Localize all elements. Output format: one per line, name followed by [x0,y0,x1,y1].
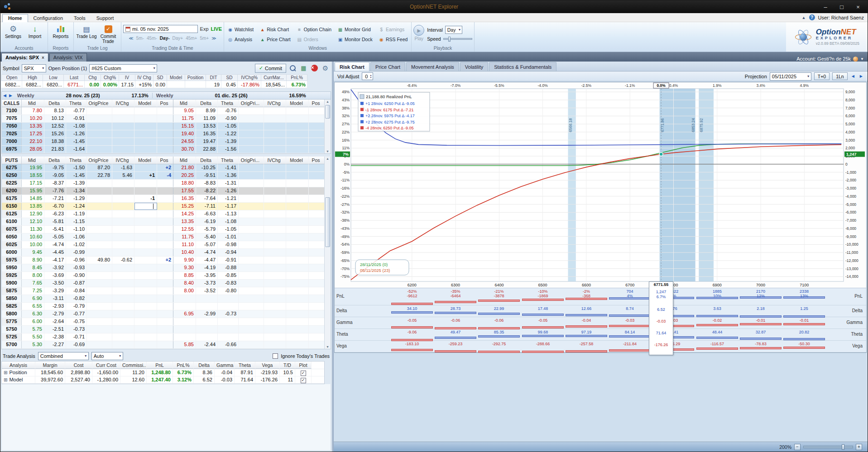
chain-row-5950[interactable]: 59508.45-3.92-0.939.30-4.19-0.88 [2,264,325,272]
spinner-arrows-icon[interactable]: ▲▼ [369,74,372,79]
interval-select[interactable]: Day▼ [445,26,463,34]
trade-log-button[interactable]: ▤ Trade Log [76,23,97,46]
projection-date-select[interactable]: 05/11/2025▼ [770,72,811,81]
step-5m[interactable]: 5m+ [200,36,209,41]
prev-expiration-icon[interactable]: ◀ [2,93,8,98]
commit-button[interactable]: ✓Commit [255,64,286,73]
maximize-button[interactable]: □ [834,2,849,11]
next-expiration-icon[interactable]: ▶ [8,93,14,98]
slider-thumb[interactable] [448,37,451,42]
chain-row-6025[interactable]: 602510.00-4.74-1.0211.10-5.07-0.98 [2,241,325,249]
chain-row-5750[interactable]: 57505.75-2.51-0.73 [2,326,325,333]
reports-button[interactable]: Reports [50,23,72,46]
chain-row-5925[interactable]: 59258.00-3.69-0.908.85-3.95-0.85 [2,272,325,280]
window-toggle-monitor-grid[interactable]: ▦Monitor Grid [338,27,373,32]
chain-row-5800[interactable]: 58006.30-2.79-0.776.95-2.99-0.73 [2,310,325,318]
plot-checkbox[interactable]: ✓ [301,378,306,383]
window-toggle-rss-feed[interactable]: ◉RSS Feed [379,37,408,42]
speed-slider[interactable] [443,38,472,40]
chain-row-7025[interactable]: 702517.2515.26-1.2619.4016.35-1.22 [2,130,325,138]
chain-row-6275[interactable]: 627519.95-9.75-1.5087.20-1.63+221.80-10.… [2,164,325,172]
window-toggle-option-chain[interactable]: ≡Option Chain [297,27,331,32]
lines-button[interactable]: 1Ln [832,72,848,80]
chain-row-5725[interactable]: 57255.50-2.38-0.71 [2,333,325,341]
play-button[interactable]: ▶ [413,25,424,36]
projection-next-icon[interactable]: ▶ [858,74,864,78]
plot-checkbox[interactable]: ✓ [301,371,306,376]
auto-select[interactable]: Auto▼ [91,352,123,360]
window-toggle-price-chart[interactable]: ▲Price Chart [260,37,291,42]
chain-row-6125[interactable]: 612512.90-6.23-1.1914.25-6.63-1.13 [2,210,325,218]
slider-thumb[interactable] [842,444,844,450]
account-dropdown-icon[interactable]: ▼ [860,57,864,61]
close-tab-icon[interactable]: × [42,55,44,60]
step-day[interactable]: Day- [160,36,170,41]
step-45m[interactable]: 45m- [147,36,157,41]
close-button[interactable]: × [850,2,866,11]
chain-row-7050[interactable]: 705013.3512.52-1.0815.1513.53-1.05 [2,123,325,130]
menu-home[interactable]: Home [2,14,28,22]
zoom-in-icon[interactable]: + [856,444,862,450]
chain-row-5775[interactable]: 57756.00-2.64-0.75 [2,318,325,326]
chain-row-6000[interactable]: 60009.45-4.45-0.9910.40-4.74-0.94 [2,249,325,257]
forward-icon[interactable]: ≫ [211,36,216,41]
trading-date-input[interactable]: mi. 05 nov. 2025 [123,25,198,33]
chain-row-5900[interactable]: 59007.65-3.50-0.878.40-3.73-0.83 [2,280,325,287]
chain-row-6150[interactable]: 615013.85-6.70-1.2415.25-7.11-1.17 [2,203,325,210]
menu-support[interactable]: Support [91,14,120,22]
chain-row-5975[interactable]: 59758.90-4.17-0.9649.80-0.62+29.90-4.47-… [2,257,325,264]
step-45m[interactable]: 45m+ [186,36,197,41]
chain-settings-icon[interactable]: ⚙ [321,64,330,72]
zoom-out-icon[interactable]: − [794,444,801,450]
ignore-trades-checkbox[interactable] [273,353,278,359]
tab-movement-analysis[interactable]: Movement Analysis [406,62,459,71]
tab-volatility[interactable]: Volatility [460,62,488,71]
chain-row-6100[interactable]: 610012.10-5.81-1.1513.35-6.19-1.08 [2,218,325,226]
commit-trade-button[interactable]: ✓ Commit Trade [97,23,119,46]
minimize-button[interactable]: – [818,2,833,11]
combined-select[interactable]: Combined▼ [38,352,89,360]
tab-analysis-vix[interactable]: Analysis: VIX [49,53,87,62]
chain-row-5700[interactable]: 57005.30-2.27-0.695.85-2.44-0.66 [2,341,325,349]
chain-row-6200[interactable]: 620015.95-7.76-1.3417.55-8.22-1.26 [2,187,325,195]
window-toggle-analysis[interactable]: ◎Analysis [228,37,254,42]
tab-risk-chart[interactable]: Risk Chart [335,62,369,71]
export-grid-icon[interactable]: ▦ [299,64,308,72]
settings-button[interactable]: ⚙ Settings [2,23,24,46]
window-toggle-orders[interactable]: ▤Orders [297,37,331,42]
chain-row-5825[interactable]: 58256.55-2.93-0.79 [2,303,325,310]
window-toggle-watchlist[interactable]: ◉Watchlist [228,27,254,32]
tab-price-chart[interactable]: Price Chart [370,62,405,71]
strategy-select[interactable]: #625 Custom▼ [89,64,157,72]
chain-row-6050[interactable]: 605010.60-5.05-1.0611.75-5.40-1.01 [2,233,325,241]
chain-row-7075[interactable]: 707510.2010.12-0.9111.7511.09-0.90 [2,115,325,123]
chain-row-6225[interactable]: 622517.15-8.37-1.3918.80-8.83-1.31 [2,180,325,187]
chain-row-6175[interactable]: 617514.85-7.21-1.29-116.35-7.64-1.21 [2,195,325,203]
zoom-slider[interactable] [803,446,853,448]
chain-row-6250[interactable]: 625018.55-9.05-1.4522.785.46+1-420.25-9.… [2,172,325,180]
window-toggle-risk-chart[interactable]: ▲Risk Chart [260,27,291,32]
puts-scrollbar[interactable]: ▲▼ [324,157,331,349]
rewind-icon[interactable]: ≪ [129,36,133,41]
vol-adjust-spinner[interactable]: 0▲▼ [362,72,373,80]
import-button[interactable]: ↓ Import [24,23,46,46]
tab-analysis-spx[interactable]: Analysis: SPX × [1,53,48,62]
chain-row-7000[interactable]: 700022.1018.38-1.4524.5519.47-1.39 [2,138,325,146]
chain-row-5850[interactable]: 58506.90-3.11-0.82 [2,295,325,303]
tab-statistics-fundamentals[interactable]: Statistics & Fundamentals [489,62,556,71]
ribbon-collapse-icon[interactable]: ▲ [802,15,806,20]
chain-row-6075[interactable]: 607511.30-5.41-1.1012.55-5.79-1.05 [2,226,325,233]
analysis-row-model[interactable]: ⊞Model39,972.602,527.40-1,280.0012.601,2… [2,376,324,384]
chain-row-5875[interactable]: 58757.25-3.29-0.848.00-3.52-0.80 [2,287,325,295]
step-5m[interactable]: 5m- [136,36,144,41]
calls-scrollbar[interactable]: ▲▼ [324,100,331,153]
menu-tools[interactable]: Tools [68,14,91,22]
chain-row-6975[interactable]: 697528.0521.83-1.6430.7022.88-1.56 [2,146,325,153]
t0-button[interactable]: T+0 [814,72,830,80]
window-toggle-earnings[interactable]: $Earnings [379,27,408,32]
menu-configuration[interactable]: Configuration [28,14,68,22]
step-day[interactable]: Day+ [173,36,183,41]
help-icon[interactable]: ? [809,14,815,20]
expand-icon[interactable]: ⊞ [4,377,7,382]
expand-icon[interactable]: ⊞ [4,370,7,375]
